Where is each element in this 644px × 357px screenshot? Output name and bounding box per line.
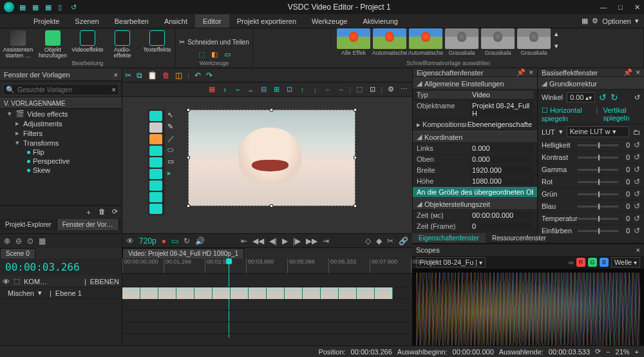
copy-icon[interactable]: ⧉ (137, 71, 142, 80)
crop-icon[interactable]: ◫ (175, 71, 182, 80)
tool-icon[interactable]: ▭ (167, 157, 176, 166)
tool-icon[interactable] (149, 192, 162, 202)
tool-icon[interactable] (149, 157, 162, 168)
tab-video-clip[interactable]: Video: Projekt 08-24_Full HD 1080p_1 (122, 248, 244, 258)
tree-node[interactable]: ▸Filters (0, 128, 122, 138)
preset-thumb[interactable]: Alle Effek (337, 28, 370, 56)
goto-end-icon[interactable]: ⇥ (323, 236, 329, 246)
preset-thumb[interactable]: Automatische (409, 28, 442, 56)
tool-icon[interactable]: ▭ (224, 50, 231, 59)
gear-icon[interactable]: ⚙ (592, 17, 598, 25)
slider[interactable] (578, 157, 618, 159)
track-row[interactable]: Mischen▾ | Ebene 1 (0, 287, 122, 299)
zoom-in-icon[interactable]: ⊕ (4, 236, 10, 246)
redo-icon[interactable]: ↷ (206, 71, 213, 80)
tree-leaf[interactable]: Flip (0, 148, 122, 157)
link-icon[interactable]: 🔗 (399, 236, 408, 246)
slider[interactable] (578, 144, 618, 146)
refresh-icon[interactable]: ⟳ (595, 347, 601, 356)
layout-icon[interactable]: ▦ (582, 17, 588, 25)
split-icon[interactable]: ✂ (387, 236, 393, 246)
align-icon[interactable]: ⊟ (259, 85, 268, 94)
channel-r-button[interactable]: R (576, 258, 585, 267)
menu-editor[interactable]: Editor (195, 14, 229, 28)
scope-mode-select[interactable]: Welle ▾ (611, 257, 640, 267)
reset-icon[interactable]: ↺ (634, 202, 640, 211)
track-header[interactable]: 👁 ⬚ KOM… | EBENEN (0, 276, 122, 287)
folder-icon[interactable]: 🗀 (633, 128, 640, 136)
slider[interactable] (578, 181, 618, 183)
reset-icon[interactable]: ↺ (634, 165, 640, 174)
tool-icon[interactable] (149, 204, 162, 214)
tree-leaf[interactable]: Perspective (0, 157, 122, 166)
scroll-up-icon[interactable]: ▴ (554, 30, 558, 38)
timeline-ruler[interactable]: 00:00:00.000 00:01.266 00:02.533 00:03.8… (122, 258, 412, 274)
add-icon[interactable]: ＋ (85, 207, 92, 217)
close-icon[interactable]: × (529, 68, 533, 77)
scissors-icon[interactable]: ✂ (125, 71, 131, 80)
tool-shape-icon[interactable] (149, 134, 162, 144)
lock-icon[interactable]: ⬚ (14, 277, 20, 285)
grid-icon[interactable]: ▦ (39, 236, 46, 246)
tool-icon[interactable]: ⬭ (167, 146, 176, 155)
menu-export[interactable]: Projekt exportieren (229, 14, 304, 28)
qa-icon[interactable]: ↺ (71, 3, 79, 11)
align-icon[interactable]: ⫟ (233, 85, 242, 94)
tab-project-explorer[interactable]: Projekt-Explorer (0, 219, 57, 230)
tool-icon[interactable]: ◧ (211, 50, 218, 59)
maximize-icon[interactable]: □ (618, 3, 623, 12)
checkbox[interactable]: ☐ (542, 106, 548, 114)
zoom-out-icon[interactable]: − (606, 348, 610, 356)
tool-text-icon[interactable] (149, 122, 162, 133)
clear-icon[interactable]: × (112, 86, 116, 93)
tool-icon[interactable] (149, 169, 162, 179)
align-icon[interactable]: ⫞ (220, 85, 229, 94)
reset-icon[interactable]: ↺ (634, 177, 640, 186)
zoom-out-icon[interactable]: ⊖ (15, 236, 22, 246)
tab-resources[interactable]: Ressourcenfenster (486, 233, 553, 243)
eye-icon[interactable]: 👁 (126, 236, 134, 246)
tool-icon[interactable]: ✎ (167, 122, 176, 131)
reset-icon[interactable]: ↺ (634, 189, 640, 198)
align-icon[interactable]: ⫠ (246, 85, 255, 94)
tab-properties[interactable]: Eigenschaftenfenster (412, 233, 486, 243)
step-back-icon[interactable]: ◀| (269, 236, 277, 246)
fit-icon[interactable]: ⊙ (27, 236, 33, 246)
search-input[interactable]: 🔍 × (3, 84, 119, 95)
prev-icon[interactable]: ◀◀ (252, 236, 264, 246)
audio-fx-button[interactable]: Audio- effekte (107, 30, 138, 59)
pin-icon[interactable]: 📌 (516, 68, 526, 77)
tree-leaf[interactable]: Skew (0, 166, 122, 175)
video-fx-button[interactable]: Videoeffekte (72, 30, 103, 59)
panel-close-icon[interactable]: × (114, 71, 118, 79)
tree-node[interactable]: ▾🎬Video effects (0, 109, 122, 119)
video-preview[interactable] (188, 110, 355, 206)
prop-value[interactable]: Ebeneneigenschafte (466, 121, 533, 129)
lut-select[interactable]: Keine LUT w ▾ (567, 126, 629, 137)
channel-g-button[interactable]: G (588, 258, 597, 267)
marker-icon[interactable]: ◆ (376, 236, 382, 246)
slider[interactable] (578, 218, 618, 220)
reset-icon[interactable]: ↺ (634, 93, 640, 102)
tree-node[interactable]: ▸Adjustments (0, 119, 122, 128)
qa-icon[interactable]: ▦ (45, 3, 53, 11)
slider[interactable] (578, 169, 618, 171)
marker-icon[interactable]: ◇ (365, 236, 371, 246)
cursor-icon[interactable]: ↖ (167, 111, 176, 120)
rotate-cw-icon[interactable]: ↻ (611, 92, 618, 102)
tab-scene[interactable]: Scene 0 (0, 248, 35, 258)
section-header[interactable]: ◢Grundkorrektur (538, 77, 644, 90)
tool-icon[interactable]: ⬚ (198, 50, 205, 59)
close-icon[interactable]: × (636, 246, 640, 254)
menu-ansicht[interactable]: Ansicht (156, 14, 195, 28)
menu-projekte[interactable]: Projekte (26, 14, 67, 28)
reset-icon[interactable]: ↺ (634, 140, 640, 150)
chevron-down-icon[interactable]: ▾ (559, 128, 563, 136)
menu-bearbeiten[interactable]: Bearbeiten (107, 14, 156, 28)
text-fx-button[interactable]: Texteffekte (142, 30, 173, 59)
resolution-label[interactable]: 720p (139, 236, 156, 246)
menu-szenen[interactable]: Szenen (67, 14, 106, 28)
scroll-down-icon[interactable]: ▾ (554, 42, 558, 50)
bounds-icon[interactable]: ⊡ (368, 85, 377, 94)
undo-icon[interactable]: ↶ (194, 71, 201, 80)
